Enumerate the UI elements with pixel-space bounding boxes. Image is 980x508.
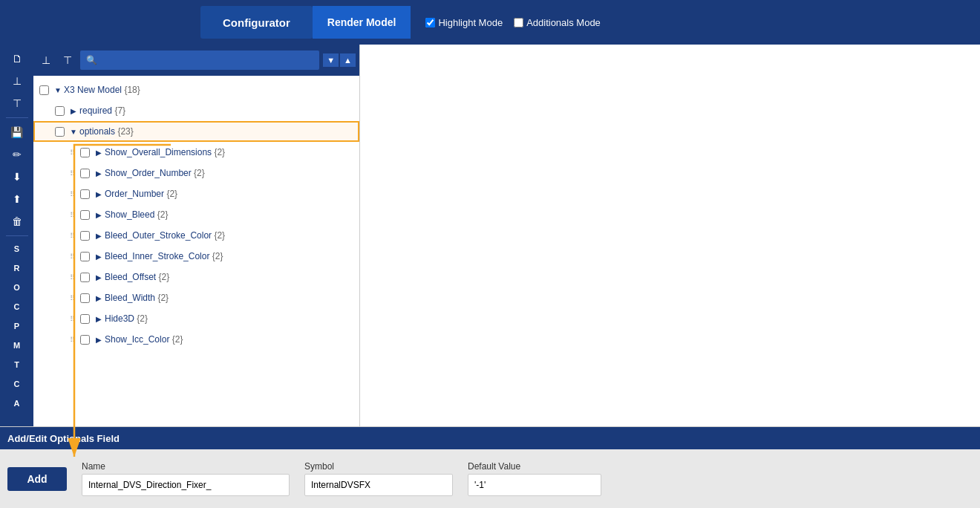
drag-handle-8[interactable]: ⠿ <box>67 294 77 302</box>
show-bleed-checkbox[interactable] <box>80 210 90 220</box>
optionals-label: optionals {23} <box>79 126 359 137</box>
bleed-offset-checkbox[interactable] <box>80 273 90 282</box>
bottom-bar: Add/Edit Optionals Field Add Name Symbol… <box>0 426 980 508</box>
required-expand[interactable]: ▶ <box>68 107 79 115</box>
drag-handle-7[interactable]: ⠿ <box>67 273 77 281</box>
icon-text-s[interactable]: S <box>4 240 30 258</box>
tree-item-optionals[interactable]: ▼ optionals {23} <box>33 121 359 142</box>
bottom-section-header: Add/Edit Optionals Field <box>0 427 980 449</box>
collapse-all-button[interactable]: ⊤ <box>4 93 30 114</box>
icon-text-t[interactable]: T <box>4 356 30 374</box>
order-number-checkbox[interactable] <box>80 189 90 199</box>
drag-handle-4[interactable]: ⠿ <box>67 211 77 219</box>
render-model-tab[interactable]: Render Model <box>313 6 411 39</box>
save-button[interactable]: 💾 <box>4 122 30 143</box>
icon-bar: 🗋 ⊥ ⊤ 💾 ✏ ⬇ ⬆ 🗑 S R O C P M T C A <box>0 45 33 426</box>
tree-panel: ⊥ ⊤ ▼ ▲ ▼ X3 New Model {18} <box>33 45 360 426</box>
order-number-expand[interactable]: ▶ <box>93 190 105 198</box>
hide3d-expand[interactable]: ▶ <box>93 315 105 323</box>
add-button[interactable]: Add <box>7 467 67 491</box>
icon-text-o[interactable]: O <box>4 279 30 296</box>
default-value-input[interactable] <box>468 474 601 496</box>
edit-button[interactable]: ✏ <box>4 144 30 165</box>
drag-handle-2[interactable]: ⠿ <box>67 169 77 178</box>
name-group: Name <box>82 461 290 496</box>
main-area: 🗋 ⊥ ⊤ 💾 ✏ ⬇ ⬆ 🗑 S R O C P M T C A <box>0 45 980 426</box>
tree-item-bleed-offset[interactable]: ⠿ ▶ Bleed_Offset {2} <box>33 267 359 287</box>
tree-item-root[interactable]: ▼ X3 New Model {18} <box>33 79 359 100</box>
drag-handle-9[interactable]: ⠿ <box>67 315 77 323</box>
additionals-mode-label[interactable]: Additionals Mode <box>514 17 601 28</box>
show-icc-checkbox[interactable] <box>80 335 90 345</box>
upload-button[interactable]: ⬆ <box>4 189 30 209</box>
drag-handle-6[interactable]: ⠿ <box>67 253 77 261</box>
name-label: Name <box>82 461 290 472</box>
bleed-offset-label: Bleed_Offset {2} <box>105 272 359 282</box>
bleed-outer-expand[interactable]: ▶ <box>93 232 105 240</box>
top-bar-options: Highlight Mode Additionals Mode <box>411 0 615 45</box>
search-next-button[interactable]: ▲ <box>340 53 356 67</box>
download-button[interactable]: ⬇ <box>4 166 30 187</box>
tree-item-hide3d[interactable]: ⠿ ▶ Hide3D {2} <box>33 308 359 329</box>
tree-item-show-icc[interactable]: ⠿ ▶ Show_Icc_Color {2} <box>33 329 359 350</box>
configurator-button[interactable]: Configurator <box>200 6 313 39</box>
icon-text-a[interactable]: A <box>4 394 30 412</box>
show-order-checkbox[interactable] <box>80 169 90 178</box>
tree-item-bleed-width[interactable]: ⠿ ▶ Bleed_Width {2} <box>33 287 359 308</box>
expand-all-button[interactable]: ⊥ <box>4 71 30 91</box>
new-file-button[interactable]: 🗋 <box>4 48 30 69</box>
tree-search-input[interactable] <box>80 51 319 70</box>
tree-item-show-order[interactable]: ⠿ ▶ Show_Order_Number {2} <box>33 163 359 183</box>
drag-handle-10[interactable]: ⠿ <box>67 336 77 344</box>
expand-all-tree-button[interactable]: ⊥ <box>37 52 55 68</box>
drag-handle[interactable]: ⠿ <box>67 149 77 157</box>
required-checkbox[interactable] <box>55 106 65 116</box>
icon-text-p[interactable]: P <box>4 317 30 335</box>
show-bleed-label: Show_Bleed {2} <box>105 209 359 220</box>
additionals-mode-checkbox[interactable] <box>514 18 523 27</box>
bleed-width-expand[interactable]: ▶ <box>93 294 105 302</box>
bleed-width-checkbox[interactable] <box>80 293 90 303</box>
required-label: required {7} <box>79 105 359 116</box>
show-overall-expand[interactable]: ▶ <box>93 149 105 157</box>
name-input[interactable] <box>82 474 290 496</box>
tree-item-bleed-outer[interactable]: ⠿ ▶ Bleed_Outer_Stroke_Color {2} <box>33 225 359 246</box>
tree-item-order-number[interactable]: ⠿ ▶ Order_Number {2} <box>33 183 359 204</box>
tree-item-show-overall[interactable]: ⠿ ▶ Show_Overall_Dimensions {2} <box>33 142 359 163</box>
search-prev-button[interactable]: ▼ <box>323 53 339 67</box>
hide3d-checkbox[interactable] <box>80 314 90 324</box>
bleed-offset-expand[interactable]: ▶ <box>93 273 105 281</box>
bleed-inner-label: Bleed_Inner_Stroke_Color {2} <box>105 251 359 261</box>
bleed-inner-checkbox[interactable] <box>80 252 90 261</box>
symbol-group: Symbol <box>304 461 453 496</box>
show-order-expand[interactable]: ▶ <box>93 169 105 178</box>
root-checkbox[interactable] <box>39 85 49 95</box>
icon-text-c[interactable]: C <box>4 298 30 316</box>
icon-text-c2[interactable]: C <box>4 375 30 393</box>
delete-button[interactable]: 🗑 <box>4 211 30 232</box>
tree-item-required[interactable]: ▶ required {7} <box>33 100 359 121</box>
root-expand[interactable]: ▼ <box>52 86 64 94</box>
tree-item-bleed-inner[interactable]: ⠿ ▶ Bleed_Inner_Stroke_Color {2} <box>33 246 359 267</box>
hide3d-label: Hide3D {2} <box>105 313 359 324</box>
main-content <box>360 45 980 426</box>
drag-handle-5[interactable]: ⠿ <box>67 232 77 240</box>
symbol-label: Symbol <box>304 461 453 472</box>
highlight-mode-checkbox[interactable] <box>425 18 435 27</box>
bleed-outer-label: Bleed_Outer_Stroke_Color {2} <box>105 230 359 241</box>
divider-2 <box>6 235 28 236</box>
drag-handle-3[interactable]: ⠿ <box>67 190 77 198</box>
highlight-mode-label[interactable]: Highlight Mode <box>425 17 503 28</box>
tree-item-show-bleed[interactable]: ⠿ ▶ Show_Bleed {2} <box>33 204 359 225</box>
bleed-inner-expand[interactable]: ▶ <box>93 253 105 261</box>
optionals-checkbox[interactable] <box>55 127 65 137</box>
icon-text-r[interactable]: R <box>4 259 30 277</box>
optionals-expand[interactable]: ▼ <box>68 128 79 136</box>
collapse-all-tree-button[interactable]: ⊤ <box>59 52 76 68</box>
symbol-input[interactable] <box>304 474 453 496</box>
bleed-outer-checkbox[interactable] <box>80 231 90 241</box>
show-bleed-expand[interactable]: ▶ <box>93 211 105 219</box>
icon-text-m[interactable]: M <box>4 336 30 354</box>
show-icc-expand[interactable]: ▶ <box>93 336 105 344</box>
show-overall-checkbox[interactable] <box>80 148 90 157</box>
